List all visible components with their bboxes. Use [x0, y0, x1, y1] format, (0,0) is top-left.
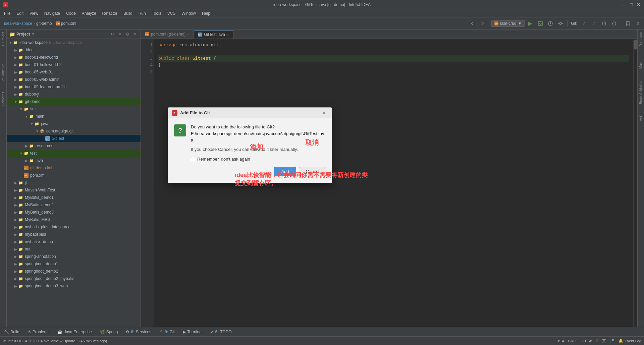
bookmark-btn[interactable]	[623, 19, 633, 28]
tree-item-boot01-2[interactable]: ▶ 📁 boot-01-helloworld-2	[7, 61, 141, 68]
status-encoding[interactable]: UTF-8	[582, 339, 592, 343]
menu-run[interactable]: Run	[136, 10, 149, 16]
forward-btn[interactable]	[478, 19, 487, 28]
settings-panel-btn[interactable]: ⚙	[124, 31, 130, 37]
scrollbar-thumb[interactable]	[634, 40, 637, 50]
remember-checkbox[interactable]	[191, 157, 195, 161]
panel-dropdown-arrow[interactable]: ▼	[32, 32, 35, 36]
tree-item-git-demo[interactable]: ▼ 📁 git-demo	[7, 98, 141, 105]
dialog-close-btn[interactable]: ✕	[321, 110, 328, 116]
build-btn[interactable]	[536, 19, 545, 28]
status-cursor[interactable]: 3:14	[557, 339, 564, 343]
left-panel-project[interactable]: 1: Project	[1, 31, 6, 48]
hide-panel-btn[interactable]: ×	[132, 31, 138, 37]
tab-gittest-close[interactable]: ×	[227, 33, 229, 37]
right-panel-ant[interactable]: Ant	[638, 115, 643, 122]
tree-item-java-src[interactable]: ▼ 📁 java	[7, 120, 141, 127]
git-rollback[interactable]	[609, 19, 619, 28]
menu-view[interactable]: View	[27, 10, 41, 16]
left-panel-favorites[interactable]: Favorites	[1, 91, 6, 107]
back-btn[interactable]	[468, 19, 477, 28]
git-history[interactable]	[599, 19, 609, 28]
tree-item-sb2[interactable]: ▶ 📁 springboot_demo2	[7, 268, 141, 275]
tree-item-mybatisplus[interactable]: ▶ 📁 mybatisplus	[7, 231, 141, 238]
tree-item-mybatis3[interactable]: ▶ 📁 MyBatis_demo3	[7, 209, 141, 216]
right-panel-maven[interactable]: Maven	[638, 57, 643, 70]
tree-item-maven-web[interactable]: ▶ 📁 Maven-Web-Test	[7, 186, 141, 194]
bottom-todo[interactable]: ✓ 6: TODO	[209, 327, 233, 337]
tree-item-pom[interactable]: ▶ xml pom.xml	[7, 172, 141, 179]
tree-item-root[interactable]: ▼ 📁 idea-workspace E:\idea-workspace	[7, 39, 141, 46]
tree-item-boot05[interactable]: ▶ 📁 boot-05-web-01	[7, 68, 141, 76]
tree-item-java-test[interactable]: ▶ 📁 java	[7, 157, 141, 164]
tree-item-main[interactable]: ▼ 📁 main	[7, 113, 141, 120]
menu-analyze[interactable]: Analyze	[79, 10, 99, 16]
menu-code[interactable]: Code	[63, 10, 78, 16]
tree-item-iml[interactable]: ▶ iml git-demo.iml	[7, 164, 141, 172]
menu-vcs[interactable]: VCS	[165, 10, 178, 16]
menu-help[interactable]: Help	[199, 10, 213, 16]
bottom-java-enterprise[interactable]: ☕ Java Enterprise	[56, 327, 93, 337]
tree-item-boot01[interactable]: ▶ 📁 boot-01-helloworld	[7, 54, 141, 61]
right-panel-database[interactable]: Database	[638, 31, 643, 48]
menu-tools[interactable]: Tools	[149, 10, 164, 16]
tree-item-dubbo[interactable]: ▶ 📁 dubbo-jt	[7, 91, 141, 98]
minimize-btn[interactable]: —	[621, 2, 627, 7]
tab-pom-close[interactable]: ×	[187, 33, 190, 36]
vertical-scrollbar[interactable]	[633, 39, 637, 327]
menu-window[interactable]: Window	[179, 10, 199, 16]
tree-item-mybatis2[interactable]: ▶ 📁 MyBatis_demo2	[7, 201, 141, 209]
right-panel-bean[interactable]: Bean Validation	[638, 79, 643, 105]
tree-item-package[interactable]: ▼ 📦 com.atguigu.git	[7, 127, 141, 135]
tree-item-out[interactable]: ▶ 📁 out	[7, 245, 141, 253]
close-btn[interactable]: ✕	[636, 2, 641, 7]
tab-pom-xml[interactable]: xml pom.xml (git-demo) ×	[141, 30, 194, 39]
tree-item-test[interactable]: ▼ 📁 test	[7, 150, 141, 157]
dialog-add-btn[interactable]: Add	[274, 167, 296, 176]
dialog-cancel-btn[interactable]: Cancel	[299, 167, 326, 176]
bottom-services[interactable]: ⚙ 8: Services	[124, 327, 153, 337]
breadcrumb-middle[interactable]: git-demo	[36, 21, 52, 26]
tab-gittest-java[interactable]: C GitTest.java ×	[194, 30, 233, 39]
tree-item-sb1[interactable]: ▶ 📁 springboot_demo1	[7, 260, 141, 268]
run-btn[interactable]: ▶	[526, 19, 535, 28]
tree-item-idea[interactable]: ▶ 📁 .idea	[7, 46, 141, 54]
bottom-spring[interactable]: 🌿 Spring	[99, 327, 119, 337]
tree-item-mybatisplus-ds[interactable]: ▶ 📁 mybatis_plus_datasource	[7, 223, 141, 231]
bottom-git[interactable]: 9: Git	[158, 327, 176, 337]
remember-checkbox-label[interactable]: Remember, don't ask again	[197, 157, 250, 162]
tree-item-boot09[interactable]: ▶ 📁 boot-09-features-profile	[7, 83, 141, 91]
sync-btn[interactable]: ⟳	[110, 31, 116, 37]
left-panel-structure[interactable]: 2: Structure	[1, 62, 6, 82]
tree-item-spring-ann[interactable]: ▶ 📁 spring-annotation	[7, 253, 141, 260]
menu-navigate[interactable]: Navigate	[42, 10, 63, 16]
bottom-problems[interactable]: ⚠ Problems	[26, 327, 51, 337]
bottom-terminal[interactable]: ▶ Terminal	[181, 327, 204, 337]
menu-refactor[interactable]: Refactor	[100, 10, 120, 16]
update-btn[interactable]	[546, 19, 555, 28]
status-git[interactable]: S 英	[596, 338, 606, 344]
status-loading[interactable]: ⟳ IntelliJ IDEA 2020.1.4 available: // U…	[3, 339, 107, 343]
status-event-log[interactable]: 🔔 Event Log	[619, 339, 641, 343]
bottom-build[interactable]: 🔨 Build	[3, 327, 21, 337]
tree-item-gittest[interactable]: ▶ C GitTest	[7, 135, 141, 142]
git-check2[interactable]: ✓	[589, 19, 599, 28]
tree-item-mybatisx[interactable]: ▶ 📁 mybatisx_demo	[7, 238, 141, 245]
settings-btn[interactable]	[633, 19, 643, 28]
tree-item-mybatis1[interactable]: ▶ 📁 MyBatis_demo1	[7, 194, 141, 201]
tree-item-boot05-admin[interactable]: ▶ 📁 boot-05-web-admin	[7, 76, 141, 83]
status-line-sep[interactable]: CRLF	[568, 339, 578, 343]
commit-btn[interactable]	[556, 19, 565, 28]
tree-item-sb2-mybatis[interactable]: ▶ 📁 springboot_demo2_mybatis	[7, 275, 141, 282]
menu-build[interactable]: Build	[121, 10, 135, 16]
tree-item-jt[interactable]: ▶ 📁 jt	[7, 179, 141, 186]
menu-file[interactable]: File	[1, 10, 13, 16]
menu-edit[interactable]: Edit	[14, 10, 26, 16]
tree-item-mybatis-mbg[interactable]: ▶ 📁 MyBatis_MBG	[7, 216, 141, 223]
maximize-btn[interactable]: □	[629, 2, 634, 7]
git-check1[interactable]: ✓	[579, 19, 589, 28]
collapse-btn[interactable]: ≡	[117, 31, 123, 37]
tree-item-src[interactable]: ▼ 📁 src	[7, 105, 141, 113]
run-config-dropdown[interactable]: ssm ssm-crud ▼	[491, 20, 525, 27]
breadcrumb-root[interactable]: idea-workspace	[4, 21, 32, 26]
